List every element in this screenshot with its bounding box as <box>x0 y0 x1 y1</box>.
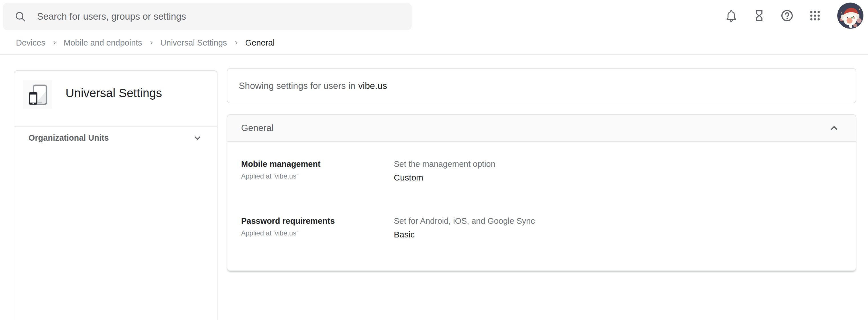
setting-row-right: Set for Android, iOS, and Google Sync Ba… <box>394 215 535 240</box>
chevron-right-icon <box>51 39 58 46</box>
content-area: Universal Settings Organizational Units … <box>0 55 868 320</box>
setting-row-left: Mobile management Applied at 'vibe.us' <box>241 158 394 183</box>
topbar-icon-cluster <box>724 0 863 31</box>
setting-row-mobile-management[interactable]: Mobile management Applied at 'vibe.us' S… <box>241 158 856 183</box>
devices-icon <box>23 80 52 109</box>
breadcrumb-item-general: General <box>245 38 275 47</box>
setting-row-password-requirements[interactable]: Password requirements Applied at 'vibe.u… <box>241 215 856 240</box>
breadcrumb-item-universal-settings[interactable]: Universal Settings <box>160 38 227 47</box>
search-bar[interactable] <box>3 3 412 30</box>
breadcrumb: Devices Mobile and endpoints Universal S… <box>0 31 868 55</box>
panel-title: Universal Settings <box>66 86 162 100</box>
apps-grid-icon[interactable] <box>808 8 823 23</box>
setting-value: Basic <box>394 229 535 240</box>
scope-card: Showing settings for users in vibe.us <box>227 68 856 103</box>
setting-title: Mobile management <box>241 158 394 170</box>
help-icon[interactable] <box>780 8 795 23</box>
setting-applied-at: Applied at 'vibe.us' <box>241 229 394 238</box>
universal-settings-panel: Universal Settings Organizational Units <box>14 70 217 320</box>
chevron-up-icon[interactable] <box>828 122 840 134</box>
search-icon <box>14 10 26 23</box>
setting-description: Set for Android, iOS, and Google Sync <box>394 215 535 226</box>
account-avatar[interactable] <box>837 3 863 29</box>
breadcrumb-item-mobile-and-endpoints[interactable]: Mobile and endpoints <box>64 38 142 47</box>
organizational-units-expander[interactable]: Organizational Units <box>14 127 217 149</box>
admin-console-screen: Devices Mobile and endpoints Universal S… <box>0 0 868 320</box>
setting-row-left: Password requirements Applied at 'vibe.u… <box>241 215 394 240</box>
setting-description: Set the management option <box>394 158 495 170</box>
general-section-header[interactable]: General <box>227 115 856 142</box>
organizational-units-label: Organizational Units <box>29 133 109 143</box>
scope-text: Showing settings for users in <box>239 80 355 91</box>
notifications-bell-icon[interactable] <box>724 8 739 23</box>
general-section-card: General Mobile management Applied at 'vi… <box>227 114 856 271</box>
setting-title: Password requirements <box>241 215 394 226</box>
chevron-right-icon <box>148 39 155 46</box>
search-input[interactable] <box>36 11 379 22</box>
top-bar <box>0 0 868 31</box>
chevron-down-icon[interactable] <box>192 133 203 143</box>
chevron-right-icon <box>233 39 240 46</box>
section-body: Mobile management Applied at 'vibe.us' S… <box>227 142 856 240</box>
breadcrumb-item-devices[interactable]: Devices <box>16 38 45 47</box>
tasks-hourglass-icon[interactable] <box>752 8 767 23</box>
section-title: General <box>241 123 274 133</box>
setting-row-right: Set the management option Custom <box>394 158 495 183</box>
scope-domain: vibe.us <box>358 80 387 91</box>
setting-applied-at: Applied at 'vibe.us' <box>241 172 394 180</box>
setting-value: Custom <box>394 172 495 183</box>
